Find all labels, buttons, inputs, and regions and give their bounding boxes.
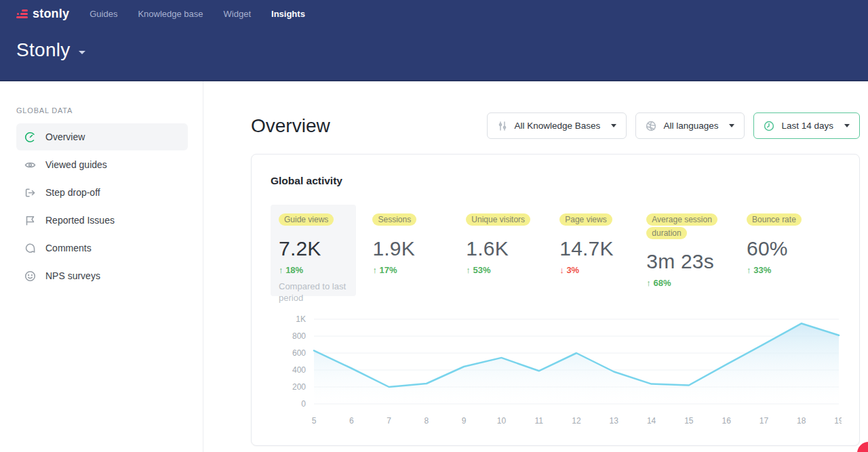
metric-label[interactable]: Sessions	[372, 213, 416, 226]
languages-filter-value: All languages	[663, 121, 718, 131]
arrow-up-icon: ↑	[372, 265, 377, 275]
metric-value: 3m 23s	[646, 250, 747, 273]
metric-guide-views[interactable]: Guide views 7.2K ↑ 18% Compared to last …	[271, 205, 356, 296]
svg-text:17: 17	[760, 416, 769, 426]
svg-text:0: 0	[301, 399, 306, 409]
sidebar-item-step-drop-off[interactable]: Step drop-off	[16, 179, 188, 206]
arrow-up-icon: ↑	[747, 265, 751, 275]
sidebar-item-nps-surveys[interactable]: NPS surveys	[16, 262, 188, 289]
metric-change: ↑ 68%	[646, 278, 747, 288]
arrow-down-icon: ↓	[559, 265, 564, 275]
global-activity-card: Global activity Guide views 7.2K ↑ 18% C…	[251, 154, 860, 446]
eye-icon	[24, 159, 36, 171]
sidebar-item-label: Overview	[45, 131, 85, 142]
metric-label[interactable]: Average session duration	[646, 213, 717, 239]
svg-text:10: 10	[497, 416, 507, 426]
globe-icon	[646, 121, 656, 131]
flag-icon	[24, 215, 36, 226]
svg-text:9: 9	[462, 416, 467, 426]
svg-text:400: 400	[292, 365, 306, 375]
comment-icon	[24, 243, 36, 254]
metrics-row: Guide views 7.2K ↑ 18% Compared to last …	[271, 205, 840, 296]
svg-text:600: 600	[292, 348, 306, 358]
arrow-up-icon: ↑	[279, 265, 283, 275]
svg-text:19: 19	[834, 416, 842, 426]
app-header: stonly Guides Knowledge base Widget Insi…	[0, 0, 868, 81]
main-nav: Guides Knowledge base Widget Insights	[90, 9, 305, 19]
stonly-logo[interactable]: stonly	[16, 7, 69, 21]
svg-text:11: 11	[534, 416, 543, 426]
svg-text:15: 15	[684, 416, 694, 426]
nav-item-widget[interactable]: Widget	[224, 9, 251, 19]
arrow-up-icon: ↑	[646, 278, 651, 288]
metric-note: Compared to last period	[279, 281, 348, 304]
metric-change: ↑ 33%	[747, 265, 840, 275]
sidebar-item-overview[interactable]: Overview	[16, 123, 188, 150]
workspace-switcher-caret-icon[interactable]	[79, 51, 85, 54]
metric-label[interactable]: Page views	[559, 213, 612, 226]
svg-text:18: 18	[797, 416, 806, 426]
nav-item-insights[interactable]: Insights	[271, 9, 305, 19]
sidebar-item-label: Comments	[45, 243, 92, 253]
sidebar-item-label: Step drop-off	[45, 187, 100, 198]
sidebar-item-label: Reported Issues	[45, 215, 115, 226]
card-title: Global activity	[271, 175, 840, 187]
svg-text:14: 14	[647, 416, 656, 426]
svg-text:200: 200	[292, 382, 306, 392]
svg-text:800: 800	[292, 331, 306, 341]
metric-label[interactable]: Bounce rate	[747, 213, 802, 226]
filter-bar: All Knowledge Bases All languages Last 1…	[487, 112, 860, 139]
date-range-filter-value: Last 14 days	[781, 121, 833, 131]
knowledge-bases-filter-value: All Knowledge Bases	[515, 121, 601, 131]
smiley-icon	[24, 270, 36, 282]
chevron-down-icon	[611, 124, 616, 127]
metric-value: 7.2K	[279, 237, 348, 260]
metric-value: 14.7K	[559, 237, 646, 260]
stonly-logo-icon	[16, 9, 28, 18]
svg-text:6: 6	[349, 416, 354, 426]
sidebar-item-label: Viewed guides	[45, 159, 107, 170]
workspace-title: Stonly	[16, 39, 71, 61]
metric-change: ↑ 18%	[279, 265, 348, 275]
main-content: Overview All Knowledge Bases All languag…	[203, 81, 868, 452]
top-navbar: stonly Guides Knowledge base Widget Insi…	[0, 0, 868, 27]
metric-label[interactable]: Guide views	[279, 213, 334, 226]
sidebar-item-viewed-guides[interactable]: Viewed guides	[16, 151, 188, 178]
knowledge-bases-filter-dropdown[interactable]: All Knowledge Bases	[487, 112, 627, 139]
sidebar-item-reported-issues[interactable]: Reported Issues	[16, 207, 188, 234]
metric-average-session-duration[interactable]: Average session duration 3m 23s ↑ 68%	[646, 205, 747, 296]
svg-text:8: 8	[425, 416, 429, 426]
svg-text:5: 5	[312, 416, 317, 426]
nav-item-knowledge-base[interactable]: Knowledge base	[138, 9, 203, 19]
metric-change: ↑ 53%	[466, 265, 559, 275]
sidebar-section-label: GLOBAL DATA	[16, 106, 188, 115]
chevron-down-icon	[844, 124, 850, 127]
languages-filter-dropdown[interactable]: All languages	[635, 112, 745, 139]
metric-bounce-rate[interactable]: Bounce rate 60% ↑ 33%	[747, 205, 840, 296]
metric-unique-visitors[interactable]: Unique visitors 1.6K ↑ 53%	[466, 205, 559, 296]
metric-label[interactable]: Unique visitors	[466, 213, 530, 226]
svg-text:1K: 1K	[296, 314, 306, 324]
metric-sessions[interactable]: Sessions 1.9K ↑ 17%	[372, 205, 466, 296]
metric-page-views[interactable]: Page views 14.7K ↓ 3%	[559, 205, 646, 296]
svg-text:12: 12	[572, 416, 581, 426]
sidebar: GLOBAL DATA Overview Viewed guides Step …	[0, 81, 203, 452]
arrow-up-icon: ↑	[466, 265, 471, 275]
svg-text:7: 7	[387, 416, 391, 426]
metric-value: 1.6K	[466, 237, 559, 260]
sidebar-item-comments[interactable]: Comments	[16, 234, 188, 262]
global-activity-chart: 1K80060040020005678910111213141516171819	[271, 314, 840, 433]
gauge-icon	[24, 131, 36, 143]
svg-text:13: 13	[610, 416, 619, 426]
nav-item-guides[interactable]: Guides	[90, 9, 117, 19]
metric-change: ↓ 3%	[559, 265, 646, 275]
sliders-icon	[497, 121, 508, 131]
chevron-down-icon	[729, 124, 734, 127]
date-range-filter-dropdown[interactable]: Last 14 days	[753, 112, 860, 139]
svg-text:16: 16	[722, 416, 731, 426]
page-title: Overview	[251, 115, 330, 137]
clock-icon	[764, 121, 774, 131]
metric-value: 60%	[747, 237, 840, 260]
metric-value: 1.9K	[372, 237, 466, 260]
step-exit-icon	[24, 187, 36, 199]
